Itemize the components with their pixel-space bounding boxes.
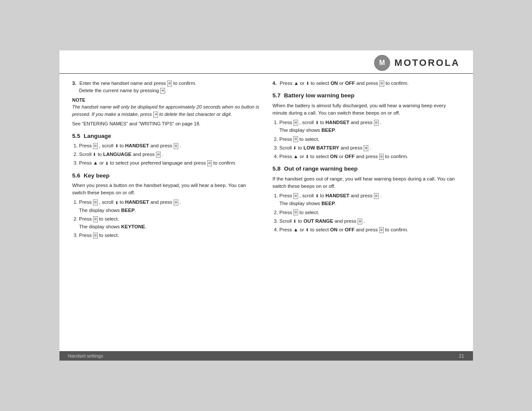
section-57-title: 5.7Battery low warning beep — [273, 91, 460, 100]
left-column: 3. Enter the new handset name and press … — [72, 80, 260, 347]
motorola-badge-icon: M — [374, 55, 390, 71]
see-ref: See "ENTERING NAMES" and "WRITING TIPS" … — [72, 120, 260, 128]
menu-icon-553: ⊟ — [207, 160, 212, 166]
note-label: NOTE — [72, 97, 260, 104]
section-55-label: Language — [84, 133, 111, 139]
scroll-icon-552: ⬇ — [93, 151, 96, 158]
section-56-num: 5.6 — [72, 172, 81, 179]
section-58-label: Out of range warning beep — [284, 165, 358, 172]
menu-icon-574: ⊟ — [379, 154, 384, 160]
step4-text: Press ▲ or — [280, 81, 306, 86]
step-57-2: Press ⊟ to select. — [280, 136, 460, 143]
section-55-title: 5.5Language — [72, 132, 260, 140]
step4-mid: to select ON or OFF and press — [311, 81, 380, 86]
step-55-1: Press ⊟ , scroll ⬇ to HANDSET and press … — [79, 142, 260, 149]
page: M MOTOROLA 3. Enter the new handset name… — [59, 50, 473, 361]
menu-icon: ⊟ — [167, 81, 172, 87]
clear-icon: ⌫ — [160, 88, 165, 94]
step4-end: to confirm. — [386, 81, 409, 86]
menu-icon-581b: ⊟ — [374, 193, 379, 199]
step-55-3: Press ▲ or ⬇ to select your preferred la… — [79, 159, 260, 167]
section-55: 5.5Language Press ⊟ , scroll ⬇ to HANDSE… — [72, 132, 260, 167]
menu-icon-583: ⊟ — [358, 218, 362, 224]
section-55-num: 5.5 — [72, 133, 81, 139]
section-58: 5.8Out of range warning beep If the hand… — [273, 165, 460, 234]
right-column: 4. Press ▲ or ⬇ to select ON or OFF and … — [273, 80, 460, 347]
scroll-icon-r4: ⬇ — [306, 80, 309, 87]
content-area: 3. Enter the new handset name and press … — [59, 74, 473, 351]
step3-entry: 3. Enter the new handset name and press … — [72, 80, 260, 95]
section-58-desc: If the handset goes out of range, you wi… — [273, 175, 460, 190]
menu-icon-572: ⊟ — [293, 136, 298, 142]
scroll-icon-573: ⬇ — [293, 145, 296, 151]
menu-icon-584: ⊟ — [379, 227, 384, 233]
footer: Handset settings 21 — [59, 351, 473, 361]
section-57-label: Battery low warning beep — [284, 92, 355, 99]
menu-icon-552: ⊟ — [156, 152, 161, 158]
step-58-2: Press ⊟ to select. — [280, 209, 460, 216]
motorola-logo: M MOTOROLA — [374, 55, 460, 71]
section-57-steps: Press ⊟ , scroll ⬇ to HANDSET and press … — [280, 119, 460, 160]
scroll-icon-574: ⬇ — [305, 153, 309, 160]
step-58-1: Press ⊟ , scroll ⬇ to HANDSET and press … — [280, 192, 460, 208]
scroll-icon-553: ⬇ — [105, 160, 109, 167]
menu-icon-573: ⊟ — [364, 145, 368, 151]
scroll-icon-584: ⬇ — [305, 227, 309, 233]
menu-icon-561b: ⊟ — [174, 199, 178, 206]
menu-icon-571: ⊟ — [293, 120, 298, 126]
menu-icon-571b: ⊟ — [374, 120, 379, 126]
step-58-3: Scroll ⬇ to OUT RANGE and press ⊟ . — [280, 218, 460, 225]
scroll-icon-561: ⬇ — [115, 199, 118, 206]
menu-icon-582: ⊟ — [293, 209, 298, 215]
menu-icon-561: ⊟ — [93, 199, 98, 206]
note-body: The handset name will only be displayed … — [72, 103, 260, 118]
svg-text:M: M — [379, 59, 385, 66]
step-56-2: Press ⊟ to select. The display shows KEY… — [79, 215, 260, 231]
step4-entry: 4. Press ▲ or ⬇ to select ON or OFF and … — [273, 80, 460, 87]
menu-icon-551b: ⊟ — [174, 143, 178, 149]
section-58-steps: Press ⊟ , scroll ⬇ to HANDSET and press … — [280, 192, 460, 234]
brand-name: MOTOROLA — [395, 57, 460, 68]
step-57-1b: The display shows BEEP. — [280, 127, 460, 134]
menu-icon-r4: ⊟ — [380, 81, 384, 87]
section-58-num: 5.8 — [273, 165, 281, 172]
step-56-2b: The display shows KEYTONE. — [79, 223, 260, 230]
footer-right: 21 — [459, 353, 464, 358]
step3-period: . — [165, 88, 166, 93]
section-57: 5.7Battery low warning beep When the bat… — [273, 91, 460, 160]
scroll-icon-581: ⬇ — [315, 193, 319, 199]
section-57-desc: When the battery is almost fully dischar… — [273, 102, 460, 117]
scroll-icon-571: ⬇ — [315, 119, 319, 126]
header: M MOTOROLA — [59, 50, 473, 74]
menu-icon-563: ⊟ — [93, 233, 98, 239]
section-55-steps: Press ⊟ , scroll ⬇ to HANDSET and press … — [79, 142, 260, 167]
step3-delete: Delete the current name by pressing — [79, 88, 161, 93]
step-57-4: Press ▲ or ⬇ to select ON or OFF and pre… — [280, 153, 460, 160]
step-58-4: Press ▲ or ⬇ to select ON or OFF and pre… — [280, 226, 460, 234]
step4-num: 4. — [273, 81, 277, 86]
scroll-icon-551: ⬇ — [115, 143, 118, 149]
step3-confirm: to confirm. — [173, 81, 196, 86]
section-56-desc: When you press a button on the handset k… — [72, 182, 260, 197]
step-58-1b: The display shows BEEP. — [280, 200, 460, 207]
step-56-1b: The display shows BEEP. — [79, 207, 260, 214]
menu-icon-551: ⊟ — [93, 143, 98, 149]
section-58-title: 5.8Out of range warning beep — [273, 165, 460, 173]
section-56: 5.6Key beep When you press a button on t… — [72, 171, 260, 240]
step-56-1: Press ⊟ , scroll ⬇ to HANDSET and press … — [79, 199, 260, 214]
step-57-1: Press ⊟ , scroll ⬇ to HANDSET and press … — [280, 119, 460, 134]
menu-icon-581: ⊟ — [293, 193, 298, 199]
step3-num: 3. — [72, 81, 77, 86]
step-57-3: Scroll ⬇ to LOW BATTERY and press ⊟ . — [280, 144, 460, 152]
step3-text: Enter the new handset name and press — [79, 81, 167, 86]
section-56-label: Key beep — [84, 172, 109, 179]
step-56-3: Press ⊟ to select. — [79, 232, 260, 239]
scroll-icon-583: ⬇ — [293, 218, 296, 224]
section-56-title: 5.6Key beep — [72, 171, 260, 180]
section-56-steps: Press ⊟ , scroll ⬇ to HANDSET and press … — [79, 199, 260, 239]
section-57-num: 5.7 — [273, 92, 281, 99]
footer-left: Handset settings — [68, 353, 103, 358]
note-clear-icon: ⌫ — [153, 112, 158, 118]
menu-icon-562: ⊟ — [93, 216, 98, 222]
step-55-2: Scroll ⬇ to LANGUAGE and press ⊟ . — [79, 151, 260, 158]
